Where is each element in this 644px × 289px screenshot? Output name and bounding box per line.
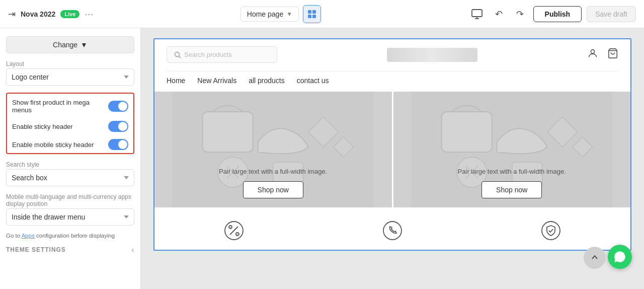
store-header-top: Search products bbox=[167, 46, 618, 63]
store-header: Search products Home bbox=[154, 39, 630, 92]
discount-icon-item bbox=[223, 220, 245, 242]
search-style-select[interactable]: Search box bbox=[6, 169, 134, 186]
layout-label: Layout bbox=[6, 60, 134, 67]
svg-rect-12 bbox=[203, 112, 253, 152]
nav-menu: Home New Arrivals all products contact u… bbox=[167, 71, 618, 92]
nav-item-new-arrivals[interactable]: New Arrivals bbox=[197, 77, 236, 85]
sidebar: Change ▼ Layout Logo center Show first p… bbox=[0, 28, 141, 289]
store-name: Nova 2022 bbox=[21, 10, 55, 18]
sticky-header-toggle[interactable] bbox=[108, 121, 128, 132]
whatsapp-fab[interactable] bbox=[608, 245, 632, 269]
mobile-apps-label: Mobile multi-language and multi-currency… bbox=[6, 193, 134, 207]
page-selector-label: Home page bbox=[247, 10, 283, 18]
nav-item-contact-us[interactable]: contact us bbox=[297, 77, 329, 85]
search-bar[interactable]: Search products bbox=[167, 46, 277, 63]
hero-row: Pair large text with a full-width image.… bbox=[154, 92, 630, 207]
search-style-section: Search style Search box bbox=[6, 161, 134, 186]
hero-panel-left: Pair large text with a full-width image.… bbox=[154, 92, 392, 207]
search-style-label: Search style bbox=[6, 161, 134, 168]
header-icons bbox=[587, 48, 618, 62]
sticky-header-row: Enable sticky header bbox=[12, 121, 128, 132]
svg-rect-4 bbox=[472, 10, 482, 17]
mobile-sticky-header-row: Enable mobile sticky header bbox=[12, 139, 128, 150]
icons-row bbox=[154, 207, 630, 250]
change-button[interactable]: Change ▼ bbox=[6, 36, 134, 53]
hero-panel-right: Pair large text with a full-width image.… bbox=[392, 92, 631, 207]
shield-icon bbox=[540, 220, 562, 242]
chevron-down-icon: ▼ bbox=[80, 41, 88, 49]
nav-item-all-products[interactable]: all products bbox=[249, 77, 285, 85]
svg-point-9 bbox=[591, 49, 594, 53]
top-bar-center: Home page ▼ bbox=[100, 5, 461, 23]
svg-rect-0 bbox=[308, 10, 311, 14]
mobile-sticky-toggle[interactable] bbox=[108, 139, 128, 150]
store-preview: Search products Home bbox=[153, 38, 631, 251]
hero-panel-left-text: Pair large text with a full-width image. bbox=[219, 168, 327, 175]
show-first-product-row: Show first product in mega menus bbox=[12, 99, 128, 114]
toggles-section: Show first product in mega menus Enable … bbox=[6, 93, 134, 154]
main-area: Change ▼ Layout Logo center Show first p… bbox=[0, 28, 644, 289]
theme-settings-label: THEME SETTINGS bbox=[6, 246, 66, 253]
cart-icon[interactable] bbox=[607, 48, 618, 62]
apps-link[interactable]: Apps bbox=[22, 233, 35, 239]
top-bar: ⇥ Nova 2022 Live ⋯ Home page ▼ ↶ ↷ Publi… bbox=[0, 0, 644, 28]
save-draft-button: Save draft bbox=[587, 6, 636, 22]
monitor-icon[interactable] bbox=[468, 5, 486, 23]
back-icon[interactable]: ⇥ bbox=[8, 9, 16, 20]
shop-now-button-right[interactable]: Shop now bbox=[481, 181, 542, 198]
more-menu-icon[interactable]: ⋯ bbox=[85, 9, 94, 20]
chevron-left-icon[interactable]: ‹ bbox=[131, 246, 134, 254]
svg-line-8 bbox=[179, 56, 181, 58]
svg-rect-3 bbox=[312, 15, 316, 18]
chevron-down-icon: ▼ bbox=[286, 11, 292, 18]
search-placeholder: Search products bbox=[184, 51, 232, 58]
show-first-product-toggle[interactable] bbox=[108, 101, 128, 112]
shield-icon-item bbox=[540, 220, 562, 242]
undo-button[interactable]: ↶ bbox=[491, 6, 507, 22]
search-icon bbox=[174, 51, 181, 58]
live-badge: Live bbox=[60, 10, 79, 18]
svg-rect-1 bbox=[312, 10, 316, 14]
hero-panel-right-text: Pair large text with a full-width image. bbox=[458, 168, 566, 175]
logo-center bbox=[285, 48, 579, 62]
scroll-to-top-button[interactable] bbox=[584, 247, 606, 269]
publish-button[interactable]: Publish bbox=[533, 6, 582, 22]
logo-placeholder bbox=[387, 48, 477, 62]
nav-item-home[interactable]: Home bbox=[167, 77, 185, 85]
page-selector[interactable]: Home page ▼ bbox=[240, 7, 299, 22]
grid-view-icon[interactable] bbox=[303, 5, 321, 23]
go-to-apps-text: Go to Apps configuration before displayi… bbox=[6, 233, 134, 239]
mobile-apps-select[interactable]: Inside the drawer menu bbox=[6, 208, 134, 226]
shop-now-button-left[interactable]: Shop now bbox=[243, 181, 303, 198]
svg-rect-2 bbox=[308, 15, 311, 18]
sticky-header-label: Enable sticky header bbox=[12, 123, 108, 130]
mobile-sticky-label: Enable mobile sticky header bbox=[12, 141, 108, 149]
layout-section: Layout Logo center bbox=[6, 60, 134, 86]
svg-rect-18 bbox=[441, 112, 492, 152]
svg-point-27 bbox=[542, 222, 560, 240]
top-bar-right: ↶ ↷ Publish Save draft bbox=[468, 5, 636, 23]
theme-settings-section: THEME SETTINGS ‹ bbox=[6, 246, 134, 254]
layout-select[interactable]: Logo center bbox=[6, 68, 134, 86]
phone-icon bbox=[381, 220, 404, 242]
discount-icon bbox=[223, 220, 245, 242]
show-first-product-label: Show first product in mega menus bbox=[12, 99, 108, 114]
top-bar-left: ⇥ Nova 2022 Live ⋯ bbox=[8, 9, 94, 20]
svg-point-7 bbox=[175, 52, 180, 56]
user-icon[interactable] bbox=[587, 48, 598, 62]
mobile-apps-section: Mobile multi-language and multi-currency… bbox=[6, 193, 134, 226]
preview-area: Search products Home bbox=[141, 28, 644, 289]
phone-icon-item bbox=[381, 220, 404, 242]
redo-button[interactable]: ↷ bbox=[512, 6, 528, 22]
